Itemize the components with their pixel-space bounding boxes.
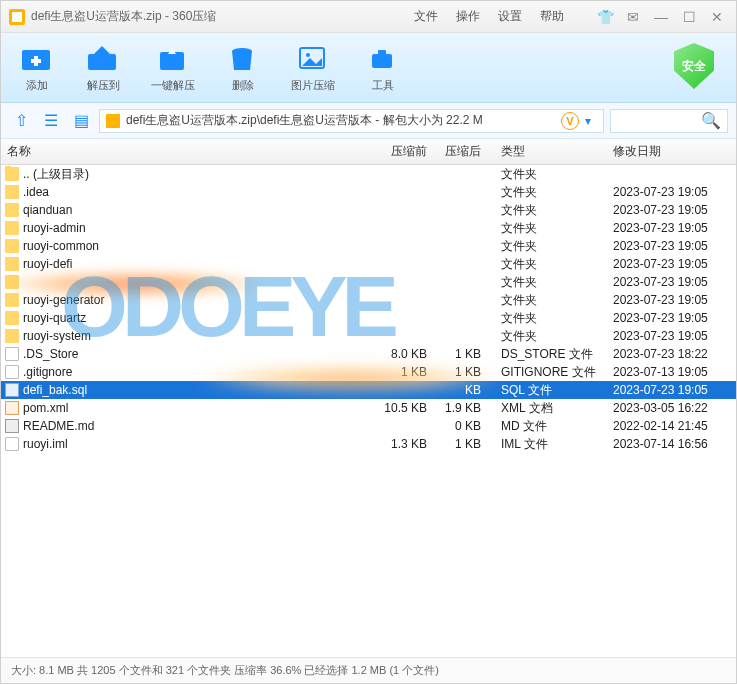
cell-date: 2023-07-23 19:05 [607,221,736,235]
cell-date: 2023-07-23 19:05 [607,275,736,289]
table-row[interactable]: qianduan文件夹2023-07-23 19:05 [1,201,736,219]
cell-type: 文件夹 [487,166,607,183]
minimize-button[interactable]: — [650,6,672,28]
cell-after: 1 KB [433,437,487,451]
view-list-icon[interactable]: ☰ [39,109,63,133]
skin-icon[interactable]: 👕 [594,6,616,28]
archive-icon [106,114,120,128]
status-bar: 大小: 8.1 MB 共 1205 个文件和 321 个文件夹 压缩率 36.6… [1,657,736,683]
file-name: pom.xml [23,401,68,415]
cell-after: 1 KB [433,365,487,379]
file-list[interactable]: ODOEYE .. (上级目录)文件夹.idea文件夹2023-07-23 19… [1,165,736,657]
table-row[interactable]: ruoyi-admin文件夹2023-07-23 19:05 [1,219,736,237]
delete-button[interactable]: 删除 [225,42,261,93]
feedback-icon[interactable]: ✉ [622,6,644,28]
toolbar: 添加 解压到 一键解压 删除 图片压缩 工具 安全 [1,33,736,103]
col-date[interactable]: 修改日期 [607,143,736,160]
image-compress-button[interactable]: 图片压缩 [291,42,335,93]
file-name: ruoyi-system [23,329,91,343]
image-compress-icon [295,42,331,74]
folder-icon [5,185,19,199]
cell-date: 2023-07-23 19:05 [607,185,736,199]
cell-type: MD 文件 [487,418,607,435]
cell-type: 文件夹 [487,184,607,201]
folder-icon [5,293,19,307]
column-header: 名称 压缩前 压缩后 类型 修改日期 [1,139,736,165]
cell-type: IML 文件 [487,436,607,453]
table-row[interactable]: defi_bak.sqlKBSQL 文件2023-07-23 19:05 [1,381,736,399]
tools-button[interactable]: 工具 [365,42,401,93]
menu-file[interactable]: 文件 [414,8,438,25]
file-name: .. (上级目录) [23,166,89,183]
table-row[interactable]: ruoyi-defi文件夹2023-07-23 19:05 [1,255,736,273]
table-row[interactable]: 文件夹2023-07-23 19:05 [1,273,736,291]
table-row[interactable]: .gitignore1 KB1 KBGITIGNORE 文件2023-07-13… [1,363,736,381]
tools-icon [365,42,401,74]
svg-rect-11 [378,50,386,55]
cell-type: GITIGNORE 文件 [487,364,607,381]
table-row[interactable]: .idea文件夹2023-07-23 19:05 [1,183,736,201]
cell-after: 1.9 KB [433,401,487,415]
file-name: .gitignore [23,365,72,379]
cell-type: 文件夹 [487,292,607,309]
cell-date: 2023-07-23 19:05 [607,383,736,397]
cell-date: 2023-07-23 18:22 [607,347,736,361]
file-icon [5,401,19,415]
menu-help[interactable]: 帮助 [540,8,564,25]
path-text: defi生息盗U运营版本.zip\defi生息盗U运营版本 - 解包大小为 22… [126,112,483,129]
table-row[interactable]: ruoyi-system文件夹2023-07-23 19:05 [1,327,736,345]
cell-type: 文件夹 [487,256,607,273]
one-click-button[interactable]: 一键解压 [151,42,195,93]
cell-before: 10.5 KB [373,401,433,415]
col-before[interactable]: 压缩前 [373,143,433,160]
folder-icon [5,311,19,325]
search-icon: 🔍 [701,111,721,130]
add-icon [19,42,55,74]
folder-icon [5,257,19,271]
col-after[interactable]: 压缩后 [433,143,487,160]
close-button[interactable]: ✕ [706,6,728,28]
table-row[interactable]: pom.xml10.5 KB1.9 KBXML 文档2023-03-05 16:… [1,399,736,417]
file-name: ruoyi-generator [23,293,104,307]
folder-icon [5,203,19,217]
table-row[interactable]: README.md0 KBMD 文件2022-02-14 21:45 [1,417,736,435]
folder-icon [5,239,19,253]
table-row[interactable]: ruoyi-quartz文件夹2023-07-23 19:05 [1,309,736,327]
cell-before: 1 KB [373,365,433,379]
path-input[interactable]: defi生息盗U运营版本.zip\defi生息盗U运营版本 - 解包大小为 22… [99,109,604,133]
table-row[interactable]: ruoyi-common文件夹2023-07-23 19:05 [1,237,736,255]
up-button[interactable]: ⇧ [9,109,33,133]
delete-label: 删除 [232,78,254,93]
table-row[interactable]: .. (上级目录)文件夹 [1,165,736,183]
col-type[interactable]: 类型 [487,143,607,160]
shield-icon: 安全 [674,43,714,89]
file-name: ruoyi-common [23,239,99,253]
menu-operate[interactable]: 操作 [456,8,480,25]
cell-type: 文件夹 [487,202,607,219]
cell-before: 8.0 KB [373,347,433,361]
add-button[interactable]: 添加 [19,42,55,93]
table-row[interactable]: .DS_Store8.0 KB1 KBDS_STORE 文件2023-07-23… [1,345,736,363]
window-title: defi生息盗U运营版本.zip - 360压缩 [31,8,216,25]
safe-badge[interactable]: 安全 [674,43,718,91]
extract-to-button[interactable]: 解压到 [85,42,121,93]
app-icon [9,9,25,25]
path-dropdown-icon[interactable]: ▾ [579,114,597,128]
file-name: .DS_Store [23,347,78,361]
view-detail-icon[interactable]: ▤ [69,109,93,133]
folder-icon [5,275,19,289]
cell-type: 文件夹 [487,274,607,291]
col-name[interactable]: 名称 [1,143,373,160]
menu-settings[interactable]: 设置 [498,8,522,25]
maximize-button[interactable]: ☐ [678,6,700,28]
menu-bar: 文件 操作 设置 帮助 [414,8,564,25]
folder-icon [5,221,19,235]
table-row[interactable]: ruoyi.iml1.3 KB1 KBIML 文件2023-07-14 16:5… [1,435,736,453]
delete-icon [225,42,261,74]
table-row[interactable]: ruoyi-generator文件夹2023-07-23 19:05 [1,291,736,309]
file-name: README.md [23,419,94,433]
extract-to-label: 解压到 [87,78,120,93]
search-input[interactable]: 🔍 [610,109,728,133]
cell-date: 2023-03-05 16:22 [607,401,736,415]
svg-marker-6 [168,48,176,54]
